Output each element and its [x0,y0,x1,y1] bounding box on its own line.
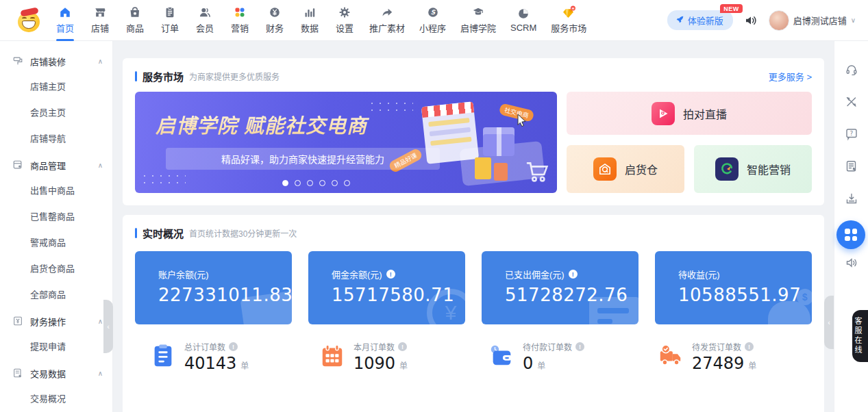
sidebar-item-goods-soldout[interactable]: 已售罄商品 [0,204,112,230]
topnav-item-orders[interactable]: 订单 [158,0,182,41]
rocket-icon [675,15,684,26]
topnav-item-finance[interactable]: 财务 [263,0,286,41]
help-icon[interactable]: ? [845,127,858,141]
decorate-icon [12,55,23,66]
stat-commission-balance[interactable]: 佣金余额(元)! 15717580.71 ¥ [308,251,465,324]
section-title: 服务市场 [142,69,184,83]
svg-text:S: S [430,9,435,16]
chevron-up-icon: ∧ [98,57,103,65]
sidebar-item-member-home[interactable]: 会员主页 [0,100,112,126]
pie-clock-icon [517,8,530,20]
marketing-icon [234,6,246,18]
banner-illustration: 精品好课 社交电商 [399,92,557,193]
shop-selector[interactable]: 启博测试店铺 ∨ [769,10,856,31]
info-icon[interactable]: ! [386,270,395,279]
banner-subtitle: 精品好课，助力商家快速提升经营能力 [166,148,440,170]
service-live-card[interactable]: 拍对直播 [567,92,812,135]
service-warehouse-card[interactable]: 启货仓 [567,145,684,193]
miniprogram-icon: S [427,6,439,18]
more-services-link[interactable]: 更多服务 > [769,70,812,83]
stat-account-balance[interactable]: 账户余额(元) 227331011.83 [135,251,292,324]
service-market-card: 服务市场 为商家提供更多优质服务 更多服务 > 精品好课 社交电商 启博学院 赋… [123,58,824,205]
section-subtitle: 为商家提供更多优质服务 [189,70,280,82]
announce-speaker-icon[interactable] [845,256,858,270]
sidebar-item-shop-home[interactable]: 店铺主页 [0,74,112,100]
smart-marketing-icon [715,157,739,181]
topnav-item-service-market[interactable]: H 服务市场 [549,0,588,41]
topnav-item-home[interactable]: 首页 [53,0,77,41]
order-stat-row: 总计订单数! 40143单 本月订单数! 1090单 待付款订单数! 0单 [123,341,824,373]
design-tools-icon[interactable] [845,95,858,109]
sidebar-group-goods[interactable]: 商品管理 ∧ [0,152,112,178]
sidebar-item-trade-overview[interactable]: 交易概况 [0,386,112,412]
topnav-item-academy[interactable]: 启博学院 [459,0,497,41]
topnav-item-data[interactable]: 数据 [298,0,321,41]
sidebar-group-decorate[interactable]: 店铺装修 ∧ [0,48,112,74]
sidebar-group-trade-data[interactable]: 交易数据 ∧ [0,360,112,386]
topnav-item-miniprogram[interactable]: S 小程序 [418,0,447,41]
member-icon [199,6,211,18]
carousel-dots[interactable] [282,180,350,186]
stat-pending-income[interactable]: 待收益(元) 10588551.97 [655,251,812,324]
customer-service-badge[interactable]: 客服在线 [852,310,868,362]
header-right: 体验新版 NEW 启博测试店铺 ∨ [667,10,856,31]
title-accent-bar [135,228,137,238]
top-header: 首页 店铺 商品 订单 会员 营销 财务 数据 [0,0,868,41]
orders-total-icon [150,343,176,372]
feedback-form-icon[interactable] [845,159,858,173]
topnav-item-marketing[interactable]: 营销 [228,0,251,41]
sidebar-item-goods-warehouse[interactable]: 启货仓商品 [0,256,112,282]
topnav-item-members[interactable]: 会员 [193,0,216,41]
topnav-item-settings[interactable]: 设置 [333,0,356,41]
try-new-version-button[interactable]: 体验新版 NEW [667,10,733,30]
info-icon[interactable]: ! [745,342,754,351]
realtime-card: 实时概况 首页统计数据30分钟更新一次 账户余额(元) 227331011.83… [123,215,824,412]
info-icon[interactable]: ! [229,342,238,351]
sidebar-item-goods-onsale[interactable]: 出售中商品 [0,178,112,204]
stat-orders-unshipped[interactable]: 待发货订单数! 27489单 [643,341,812,373]
sidebar-item-shop-nav[interactable]: 店铺导航 [0,126,112,152]
cart-icon [524,157,551,188]
stat-orders-month[interactable]: 本月订单数! 1090单 [304,341,473,373]
chevron-up-icon: ∧ [98,370,103,377]
stat-orders-unpaid[interactable]: 待付款订单数! 0单 [473,341,643,373]
section-title: 实时概况 [142,226,184,240]
sidebar-item-goods-all[interactable]: 全部商品 [0,282,112,308]
apps-launcher-button[interactable] [836,220,865,249]
balance-stat-row: 账户余额(元) 227331011.83 佣金余额(元)! 15717580.7… [123,248,824,324]
card-watermark-icon [589,297,638,324]
service-smart-marketing-card[interactable]: 智能营销 [694,145,812,193]
new-badge: NEW [720,4,743,13]
info-icon[interactable]: ! [569,270,578,279]
topnav-item-goods[interactable]: 商品 [123,0,147,41]
topnav-item-promo-material[interactable]: 推广素材 [368,0,406,41]
info-icon[interactable]: ! [575,342,584,351]
service-shortcuts: 拍对直播 启货仓 智能营销 [567,92,812,193]
info-icon[interactable]: ! [398,342,407,351]
orders-unshipped-icon [658,343,684,372]
sidebar-collapse-handle[interactable]: ‹ [103,300,113,353]
sidebar-item-withdraw[interactable]: 提现申请 [0,334,112,360]
announcement-icon[interactable] [744,14,758,27]
goods-icon [12,159,23,170]
svg-text:H: H [572,7,575,10]
main-content: 服务市场 为商家提供更多优质服务 更多服务 > 精品好课 社交电商 启博学院 赋… [113,41,834,412]
rail-collapse-handle[interactable]: ‹ [824,296,834,349]
topnav-item-shop[interactable]: 店铺 [88,0,112,41]
share-arrow-icon [381,6,393,18]
qibo-logo[interactable] [15,8,42,34]
grid-icon [845,229,857,241]
stat-orders-total[interactable]: 总计订单数! 40143单 [135,341,304,373]
yen-coin-icon [269,6,281,18]
promo-banner[interactable]: 精品好课 社交电商 启博学院 赋能社交电商 精品好课，助力商家快速提升经营能力 [135,92,557,193]
chevron-up-icon: ∧ [98,318,103,325]
orders-unpaid-icon [488,343,514,372]
topnav-item-scrm[interactable]: SCRM [509,0,538,41]
sidebar-group-finance[interactable]: 财务操作 ∧ [0,308,112,334]
headset-icon[interactable] [845,63,858,77]
live-play-icon [652,102,675,125]
stat-commission-paid[interactable]: 已支出佣金(元)! 51728272.76 [482,251,638,324]
download-icon[interactable] [845,192,858,205]
title-accent-bar [135,71,137,81]
sidebar-item-goods-warning[interactable]: 警戒商品 [0,230,112,256]
